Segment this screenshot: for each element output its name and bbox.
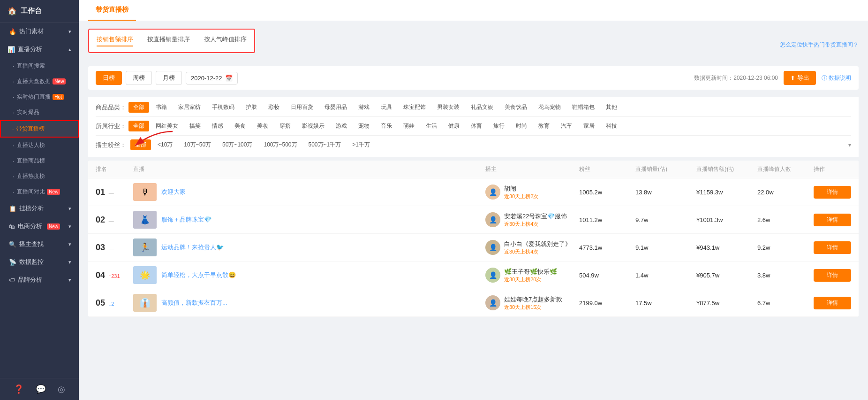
date-picker[interactable]: 2020-12-22 📅 (186, 72, 238, 85)
category-tag-jewelry[interactable]: 珠宝配饰 (399, 102, 430, 113)
sidebar-header[interactable]: 🏠 工作台 (0, 0, 79, 23)
industry-tag-travel[interactable]: 旅行 (489, 121, 509, 131)
fans-tag-lt10w[interactable]: <10万 (153, 139, 177, 150)
industry-tag-music[interactable]: 音乐 (376, 121, 397, 131)
industry-tag-fashion[interactable]: 穿搭 (275, 121, 295, 131)
sidebar-item-data-monitor[interactable]: 📡 数据监控 ▾ (0, 253, 79, 271)
industry-tag-baby[interactable]: 萌娃 (399, 121, 419, 131)
category-tag-toys[interactable]: 玩具 (376, 102, 397, 113)
data-desc-link[interactable]: ⓘ 数据说明 (822, 74, 851, 82)
detail-button[interactable]: 详情 (814, 214, 851, 226)
sidebar-item-live-compare[interactable]: · 直播间对比 New (0, 184, 79, 200)
fans-tag-all[interactable]: 全部 (130, 139, 151, 150)
industry-tag-all[interactable]: 全部 (128, 121, 149, 131)
industry-tag-health[interactable]: 健康 (444, 121, 464, 131)
sales-amount: ¥905.7w (696, 272, 757, 279)
category-tag-games[interactable]: 游戏 (354, 102, 374, 113)
sidebar-item-live-market[interactable]: · 直播大盘数据 New (0, 74, 79, 89)
industry-tag-life[interactable]: 生活 (421, 121, 442, 131)
fans-expand-icon[interactable]: ▾ (848, 142, 851, 148)
streamer-cell: 👤 胡闹 近30天上榜2次 (485, 185, 579, 200)
sidebar-item-hang-analysis[interactable]: 📋 挂榜分析 ▾ (0, 200, 79, 217)
industry-tag-tech[interactable]: 科技 (601, 121, 622, 131)
btn-day[interactable]: 日榜 (96, 71, 122, 85)
broadcast-title[interactable]: 高颜值，新款振衣百万... (161, 299, 227, 307)
help-icon[interactable]: ❓ (14, 384, 24, 394)
industry-tag-beauty[interactable]: 美妆 (252, 121, 273, 131)
category-tag-makeup[interactable]: 彩妆 (264, 102, 284, 113)
category-tag-clothing[interactable]: 男装女装 (432, 102, 464, 113)
industry-tag-food[interactable]: 美食 (230, 121, 250, 131)
fans-tag-10-50w[interactable]: 10万~50万 (179, 139, 216, 150)
category-tag-home[interactable]: 家居家纺 (174, 102, 205, 113)
chat-icon[interactable]: 💬 (36, 384, 46, 394)
industry-tag-entertainment[interactable]: 影视娱乐 (297, 121, 329, 131)
help-link[interactable]: 怎么定位快手热门带货直播间？ (780, 41, 859, 49)
broadcast-title[interactable]: 服饰＋品牌珠宝💎 (161, 215, 211, 224)
sidebar-item-live-analysis[interactable]: 📊 直播分析 ▴ (0, 40, 79, 58)
export-button[interactable]: ⬆ 导出 (784, 71, 816, 85)
category-tag-books[interactable]: 书籍 (151, 102, 172, 113)
sidebar-item-live-sell-rank[interactable]: · 带货直播榜 (0, 120, 79, 138)
fans-label: 播主粉丝： (96, 141, 128, 149)
industry-tag-pets[interactable]: 宠物 (354, 121, 374, 131)
sidebar-item-streamer-find[interactable]: 🔍 播主查找 ▾ (0, 235, 79, 253)
industry-tag-internet-beauty[interactable]: 网红美女 (151, 121, 183, 131)
fans-tag-500w-1kw[interactable]: 500万~1千万 (304, 139, 346, 150)
category-tag-babycare[interactable]: 母婴用品 (320, 102, 352, 113)
category-tag-pets[interactable]: 花鸟宠物 (534, 102, 566, 113)
industry-tag-homefurnish[interactable]: 家居 (579, 121, 599, 131)
broadcast-title[interactable]: 欢迎大家 (161, 188, 186, 196)
industry-tag-sports[interactable]: 体育 (466, 121, 487, 131)
streamer-name: 娃娃每晚7点超多新款 (504, 295, 562, 304)
sort-by-sales-volume[interactable]: 按直播销量排序 (147, 35, 190, 46)
sort-by-peak-fans[interactable]: 按人气峰值排序 (204, 35, 247, 46)
category-tag-all[interactable]: 全部 (128, 102, 149, 113)
fans-tag-gt1kw[interactable]: >1千万 (347, 139, 375, 150)
category-tag-food[interactable]: 美食饮品 (500, 102, 532, 113)
btn-week[interactable]: 周榜 (126, 71, 152, 85)
upload-icon: ⬆ (790, 75, 795, 82)
chevron-icon: ▾ (68, 29, 71, 35)
dot-icon: · (13, 109, 14, 116)
sidebar-item-live-search[interactable]: · 直播间搜索 (0, 58, 79, 74)
industry-tag-education[interactable]: 教育 (534, 121, 554, 131)
sidebar-item-live-talent[interactable]: · 直播达人榜 (0, 138, 79, 153)
streamer-cell: 👤 安若溪22号珠宝💎服饰 近30天上榜4次 (485, 212, 579, 228)
sidebar-bottom: ❓ 💬 ◎ (0, 378, 79, 400)
category-tag-shoes[interactable]: 鞋帽箱包 (567, 102, 599, 113)
category-tag-digital[interactable]: 手机数码 (207, 102, 239, 113)
industry-tag-funny[interactable]: 搞笑 (185, 121, 205, 131)
category-tag-other[interactable]: 其他 (601, 102, 622, 113)
sidebar-item-brand-analysis[interactable]: 🏷 品牌分析 ▾ (0, 271, 79, 289)
broadcast-title[interactable]: 运动品牌！来抢贵人🐦 (161, 243, 224, 252)
category-tag-gifts[interactable]: 礼品文娱 (466, 102, 498, 113)
sidebar-item-ecommerce[interactable]: 🛍 电商分析 New ▾ (0, 217, 79, 235)
fans-tag-100-500w[interactable]: 100万~500万 (259, 139, 302, 150)
detail-button[interactable]: 详情 (814, 269, 851, 282)
industry-tag-emotion[interactable]: 情感 (207, 121, 228, 131)
industry-tag-car[interactable]: 汽车 (556, 121, 577, 131)
sidebar-item-live-heat[interactable]: · 直播热度榜 (0, 169, 79, 184)
sidebar-item-live-goods[interactable]: · 直播商品榜 (0, 153, 79, 169)
sidebar-item-live-hot-real[interactable]: · 实时热门直播 Hot (0, 89, 79, 105)
sort-by-sales-amount[interactable]: 按销售额排序 (97, 35, 133, 46)
tab-sell-rank[interactable]: 带货直播榜 (88, 0, 136, 21)
category-tag-skincare[interactable]: 护肤 (241, 102, 262, 113)
mini-program-icon[interactable]: ◎ (58, 384, 65, 394)
data-table: 排名 直播 播主 粉丝 直播销量(估) 直播销售额(估) 直播峰值人数 操作 0… (88, 161, 859, 317)
sidebar-item-hot-material[interactable]: 🔥 热门素材 ▾ (0, 23, 79, 40)
detail-button[interactable]: 详情 (814, 297, 851, 309)
industry-tag-games[interactable]: 游戏 (331, 121, 352, 131)
fans-tag-50-100w[interactable]: 50万~100万 (218, 139, 257, 150)
broadcast-title[interactable]: 简单轻松，大点干早点散😄 (161, 271, 236, 279)
detail-button[interactable]: 详情 (814, 241, 851, 254)
sidebar-item-live-hot-item[interactable]: · 实时爆品 (0, 105, 79, 120)
streamer-sub: 近30天上榜15次 (504, 304, 562, 311)
industry-tag-trend[interactable]: 时尚 (511, 121, 532, 131)
category-tag-daily[interactable]: 日用百货 (286, 102, 318, 113)
btn-month[interactable]: 月榜 (156, 71, 182, 85)
sales-volume: 9.7w (635, 216, 696, 223)
category-label: 商品品类： (96, 103, 128, 112)
detail-button[interactable]: 详情 (814, 186, 851, 199)
